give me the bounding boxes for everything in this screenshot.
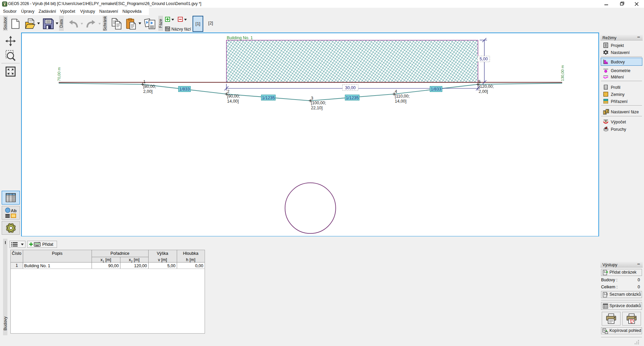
svg-text:1/833: 1/833 — [179, 87, 190, 92]
svg-text:Building No. 1: Building No. 1 — [227, 36, 253, 40]
svg-text:14,00]: 14,00] — [227, 99, 239, 104]
svg-text:5,00: 5,00 — [480, 57, 488, 61]
svg-text:[110,00;: [110,00; — [395, 94, 410, 99]
svg-text:1/1235: 1/1235 — [262, 96, 275, 100]
svg-text:70,00 m: 70,00 m — [57, 67, 61, 81]
svg-text:1/1235: 1/1235 — [346, 96, 359, 100]
svg-text:14,00]: 14,00] — [395, 99, 407, 104]
svg-text:[100,00;: [100,00; — [311, 101, 326, 105]
svg-text:5: 5 — [478, 79, 481, 84]
svg-text:130,00 m: 130,00 m — [560, 65, 565, 81]
svg-text:1/833: 1/833 — [431, 87, 441, 92]
svg-text:[120,00;: [120,00; — [479, 84, 494, 89]
svg-text:[90,00;: [90,00; — [227, 94, 240, 99]
svg-text:2: 2 — [607, 109, 609, 113]
svg-text:[80,00;: [80,00; — [143, 84, 156, 89]
svg-text:Ab: Ab — [11, 208, 16, 213]
svg-text:30,00: 30,00 — [345, 85, 356, 90]
svg-text:2: 2 — [227, 89, 229, 94]
svg-text:22,10]: 22,10] — [311, 106, 323, 110]
svg-text:4: 4 — [395, 89, 397, 94]
svg-text:3: 3 — [311, 96, 313, 101]
svg-text:1: 1 — [143, 79, 146, 84]
svg-text:2,00]: 2,00] — [143, 89, 153, 94]
svg-text:2,00]: 2,00] — [479, 89, 488, 94]
